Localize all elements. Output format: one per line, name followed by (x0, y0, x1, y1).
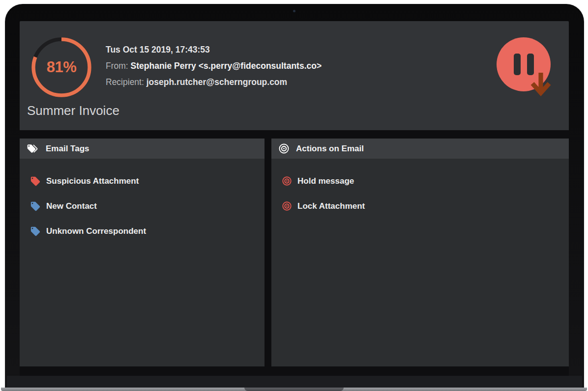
email-tags-list: Suspicious Attachment New Contact (20, 159, 265, 366)
tag-item-label: Unknown Correspondent (46, 226, 146, 236)
download-arrow-icon[interactable] (529, 70, 553, 99)
laptop-lid-notch (244, 388, 344, 391)
email-tags-panel: Email Tags Suspicious Attachment (20, 139, 265, 366)
from-label: From: (106, 61, 128, 71)
app-screen: 81% Tus Oct 15 2019, 17:43:53 From: Step… (20, 21, 569, 376)
action-item-lock-attachment[interactable]: Lock Attachment (271, 194, 569, 219)
recipient-label: Recipient: (106, 77, 144, 87)
email-header-card: 81% Tus Oct 15 2019, 17:43:53 From: Step… (20, 21, 569, 130)
email-tags-panel-header: Email Tags (20, 139, 265, 159)
actions-panel-header: Actions on Email (271, 139, 569, 159)
progress-ring: 81% (30, 36, 93, 99)
laptop-bezel-chin (7, 376, 582, 388)
email-tags-panel-title: Email Tags (46, 144, 89, 154)
actions-panel: Actions on Email Hold message (271, 139, 569, 366)
email-meta: Tus Oct 15 2019, 17:43:53 From: Stephani… (106, 42, 322, 90)
actions-panel-title: Actions on Email (296, 144, 364, 154)
tag-icon (30, 226, 41, 237)
webcam-dot (293, 10, 295, 12)
progress-value: 81% (30, 36, 93, 99)
target-icon (278, 143, 290, 154)
tag-item-label: New Contact (46, 201, 97, 211)
pause-icon (514, 54, 521, 75)
action-item-label: Hold message (297, 176, 354, 186)
email-recipient-line: Recipient: joseph.rutcher@scherngroup.co… (106, 74, 322, 90)
action-item-hold-message[interactable]: Hold message (271, 168, 569, 194)
tag-item-unknown-correspondent[interactable]: Unknown Correspondent (20, 219, 265, 244)
tag-item-suspicious-attachment[interactable]: Suspicious Attachment (20, 168, 265, 194)
tag-icon (30, 201, 41, 212)
tag-item-label: Suspicious Attachment (46, 176, 139, 186)
desktop-background: 81% Tus Oct 15 2019, 17:43:53 From: Step… (0, 0, 588, 391)
from-value: Stephanie Perry <s.perry@fideconsultants… (131, 61, 322, 71)
target-icon (282, 201, 292, 211)
email-from-line: From: Stephanie Perry <s.perry@fideconsu… (106, 58, 322, 74)
email-date: Tus Oct 15 2019, 17:43:53 (106, 42, 322, 58)
action-item-label: Lock Attachment (297, 201, 365, 211)
email-subject: Summer Invoice (27, 103, 119, 118)
target-icon (282, 176, 292, 186)
tags-icon (27, 143, 39, 154)
laptop-frame: 81% Tus Oct 15 2019, 17:43:53 From: Step… (5, 4, 584, 388)
tag-item-new-contact[interactable]: New Contact (20, 194, 265, 219)
actions-list: Hold message Lock Attachment (271, 159, 569, 366)
tag-icon (30, 176, 41, 187)
recipient-value: joseph.rutcher@scherngroup.com (147, 77, 287, 87)
